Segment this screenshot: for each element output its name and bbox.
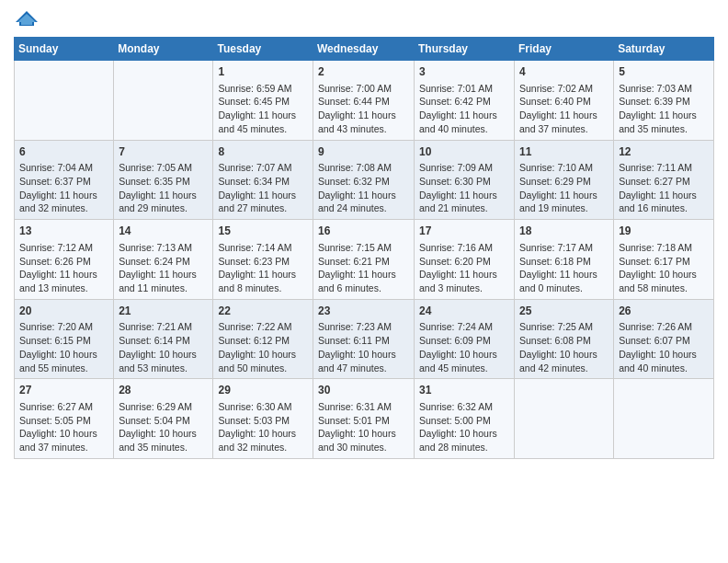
- calendar-week-row: 6Sunrise: 7:04 AMSunset: 6:37 PMDaylight…: [15, 140, 714, 220]
- calendar-day-cell: 1Sunrise: 6:59 AMSunset: 6:45 PMDaylight…: [213, 61, 313, 141]
- calendar-day-cell: 16Sunrise: 7:15 AMSunset: 6:21 PMDayligh…: [313, 220, 415, 300]
- daylight-text: Daylight: 11 hours and 35 minutes.: [619, 109, 697, 134]
- sunrise-text: Sunrise: 7:24 AM: [419, 321, 493, 332]
- calendar-day-cell: [614, 379, 714, 459]
- sunset-text: Sunset: 6:08 PM: [519, 335, 591, 346]
- sunset-text: Sunset: 6:37 PM: [19, 176, 91, 187]
- calendar-day-cell: 20Sunrise: 7:20 AMSunset: 6:15 PMDayligh…: [15, 299, 114, 379]
- day-number: 16: [318, 224, 409, 239]
- calendar-day-cell: 12Sunrise: 7:11 AMSunset: 6:27 PMDayligh…: [614, 140, 714, 220]
- weekday-header: Saturday: [614, 38, 714, 61]
- sunset-text: Sunset: 6:39 PM: [619, 96, 690, 107]
- day-number: 20: [19, 304, 108, 319]
- calendar-day-cell: 31Sunrise: 6:32 AMSunset: 5:00 PMDayligh…: [415, 379, 515, 459]
- sunrise-text: Sunrise: 7:09 AM: [419, 162, 493, 173]
- daylight-text: Daylight: 10 hours and 32 minutes.: [218, 428, 296, 453]
- calendar-day-cell: 28Sunrise: 6:29 AMSunset: 5:04 PMDayligh…: [114, 379, 213, 459]
- sunrise-text: Sunrise: 7:02 AM: [519, 83, 593, 94]
- sunrise-text: Sunrise: 7:01 AM: [419, 83, 493, 94]
- daylight-text: Daylight: 10 hours and 47 minutes.: [318, 349, 396, 373]
- daylight-text: Daylight: 10 hours and 30 minutes.: [318, 428, 396, 453]
- daylight-text: Daylight: 10 hours and 40 minutes.: [619, 349, 697, 373]
- daylight-text: Daylight: 10 hours and 50 minutes.: [218, 349, 296, 373]
- day-number: 1: [218, 64, 308, 80]
- sunset-text: Sunset: 6:26 PM: [19, 256, 91, 267]
- day-number: 26: [619, 304, 709, 319]
- daylight-text: Daylight: 11 hours and 45 minutes.: [218, 109, 296, 134]
- sunset-text: Sunset: 5:01 PM: [318, 415, 390, 426]
- sunset-text: Sunset: 5:03 PM: [218, 415, 290, 426]
- weekday-header: Thursday: [415, 38, 515, 61]
- sunset-text: Sunset: 6:18 PM: [519, 256, 591, 267]
- calendar-day-cell: 9Sunrise: 7:08 AMSunset: 6:32 PMDaylight…: [313, 140, 415, 220]
- day-number: 7: [119, 144, 208, 160]
- daylight-text: Daylight: 11 hours and 29 minutes.: [119, 190, 197, 214]
- day-number: 19: [619, 224, 709, 239]
- calendar-week-row: 1Sunrise: 6:59 AMSunset: 6:45 PMDaylight…: [15, 61, 714, 141]
- daylight-text: Daylight: 11 hours and 24 minutes.: [318, 190, 396, 214]
- sunset-text: Sunset: 6:32 PM: [318, 176, 390, 187]
- weekday-header: Sunday: [15, 38, 114, 61]
- sunrise-text: Sunrise: 7:22 AM: [218, 321, 291, 332]
- sunrise-text: Sunrise: 7:21 AM: [119, 321, 192, 332]
- calendar-day-cell: 26Sunrise: 7:26 AMSunset: 6:07 PMDayligh…: [614, 299, 714, 379]
- sunrise-text: Sunrise: 7:12 AM: [19, 242, 93, 253]
- day-number: 14: [119, 224, 208, 239]
- daylight-text: Daylight: 11 hours and 13 minutes.: [19, 269, 97, 293]
- sunset-text: Sunset: 6:14 PM: [119, 335, 190, 346]
- day-number: 9: [318, 144, 409, 160]
- calendar-day-cell: 29Sunrise: 6:30 AMSunset: 5:03 PMDayligh…: [213, 379, 313, 459]
- daylight-text: Daylight: 11 hours and 0 minutes.: [519, 269, 597, 293]
- sunset-text: Sunset: 6:21 PM: [318, 256, 390, 267]
- calendar-table: SundayMondayTuesdayWednesdayThursdayFrid…: [14, 37, 714, 459]
- calendar-day-cell: 5Sunrise: 7:03 AMSunset: 6:39 PMDaylight…: [614, 61, 714, 141]
- sunrise-text: Sunrise: 7:18 AM: [619, 242, 692, 253]
- daylight-text: Daylight: 11 hours and 43 minutes.: [318, 109, 396, 134]
- sunrise-text: Sunrise: 6:32 AM: [419, 401, 493, 412]
- daylight-text: Daylight: 10 hours and 42 minutes.: [519, 349, 597, 373]
- day-number: 28: [119, 383, 208, 398]
- sunrise-text: Sunrise: 7:26 AM: [619, 321, 692, 332]
- calendar-day-cell: [515, 379, 614, 459]
- day-number: 4: [519, 64, 609, 80]
- weekday-header: Friday: [515, 38, 614, 61]
- day-number: 17: [419, 224, 509, 239]
- daylight-text: Daylight: 10 hours and 45 minutes.: [419, 349, 497, 373]
- daylight-text: Daylight: 11 hours and 32 minutes.: [19, 190, 97, 214]
- day-number: 25: [519, 304, 609, 319]
- calendar-day-cell: 4Sunrise: 7:02 AMSunset: 6:40 PMDaylight…: [515, 61, 614, 141]
- page-header: [14, 9, 714, 28]
- weekday-header: Tuesday: [213, 38, 313, 61]
- day-number: 13: [19, 224, 108, 239]
- daylight-text: Daylight: 10 hours and 58 minutes.: [619, 269, 697, 293]
- sunrise-text: Sunrise: 6:31 AM: [318, 401, 392, 412]
- calendar-week-row: 20Sunrise: 7:20 AMSunset: 6:15 PMDayligh…: [15, 299, 714, 379]
- sunset-text: Sunset: 6:09 PM: [419, 335, 491, 346]
- calendar-day-cell: 27Sunrise: 6:27 AMSunset: 5:05 PMDayligh…: [15, 379, 114, 459]
- sunset-text: Sunset: 6:17 PM: [619, 256, 690, 267]
- calendar-day-cell: 30Sunrise: 6:31 AMSunset: 5:01 PMDayligh…: [313, 379, 415, 459]
- daylight-text: Daylight: 10 hours and 37 minutes.: [19, 428, 97, 453]
- weekday-header: Monday: [114, 38, 213, 61]
- daylight-text: Daylight: 10 hours and 35 minutes.: [119, 428, 197, 453]
- calendar-day-cell: 13Sunrise: 7:12 AMSunset: 6:26 PMDayligh…: [15, 220, 114, 300]
- calendar-day-cell: [114, 61, 213, 141]
- sunrise-text: Sunrise: 7:23 AM: [318, 321, 392, 332]
- logo-icon: [14, 9, 40, 28]
- sunrise-text: Sunrise: 6:30 AM: [218, 401, 291, 412]
- day-number: 29: [218, 383, 308, 398]
- calendar-day-cell: 19Sunrise: 7:18 AMSunset: 6:17 PMDayligh…: [614, 220, 714, 300]
- calendar-day-cell: 8Sunrise: 7:07 AMSunset: 6:34 PMDaylight…: [213, 140, 313, 220]
- sunrise-text: Sunrise: 7:08 AM: [318, 162, 392, 173]
- day-number: 24: [419, 304, 509, 319]
- daylight-text: Daylight: 11 hours and 21 minutes.: [419, 190, 497, 214]
- calendar-day-cell: 18Sunrise: 7:17 AMSunset: 6:18 PMDayligh…: [515, 220, 614, 300]
- day-number: 3: [419, 64, 509, 80]
- calendar-day-cell: 23Sunrise: 7:23 AMSunset: 6:11 PMDayligh…: [313, 299, 415, 379]
- calendar-week-row: 27Sunrise: 6:27 AMSunset: 5:05 PMDayligh…: [15, 379, 714, 459]
- sunset-text: Sunset: 6:15 PM: [19, 335, 91, 346]
- day-number: 30: [318, 383, 409, 398]
- sunset-text: Sunset: 5:00 PM: [419, 415, 491, 426]
- daylight-text: Daylight: 10 hours and 28 minutes.: [419, 428, 497, 453]
- day-number: 6: [19, 144, 108, 160]
